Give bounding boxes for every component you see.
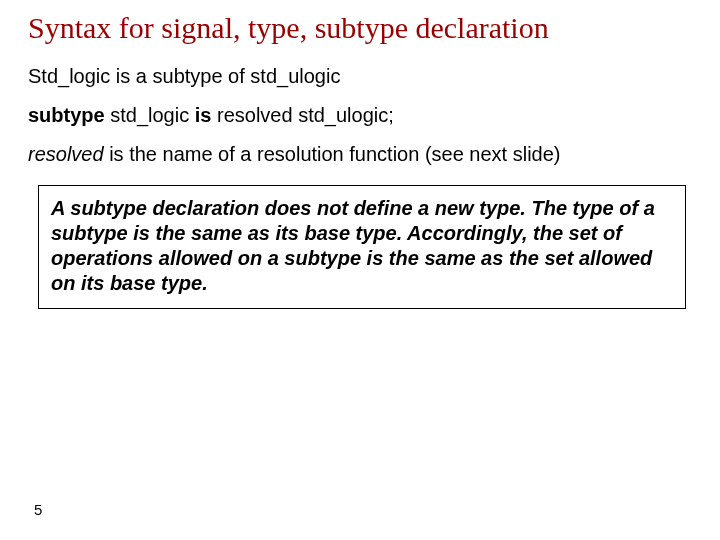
code-rest: resolved std_ulogic; (211, 104, 393, 126)
keyword-is: is (195, 104, 212, 126)
subtype-code-line: subtype std_logic is resolved std_ulogic… (28, 103, 692, 128)
slide-title: Syntax for signal, type, subtype declara… (28, 10, 692, 46)
resolved-line: resolved is the name of a resolution fun… (28, 142, 692, 167)
resolved-word: resolved (28, 143, 104, 165)
keyword-subtype: subtype (28, 104, 105, 126)
resolved-rest: is the name of a resolution function (se… (104, 143, 561, 165)
slide: Syntax for signal, type, subtype declara… (0, 0, 720, 540)
intro-line: Std_logic is a subtype of std_ulogic (28, 64, 692, 89)
note-box: A subtype declaration does not define a … (38, 185, 686, 309)
note-text: A subtype declaration does not define a … (51, 196, 673, 296)
code-name: std_logic (105, 104, 195, 126)
page-number: 5 (34, 501, 42, 518)
